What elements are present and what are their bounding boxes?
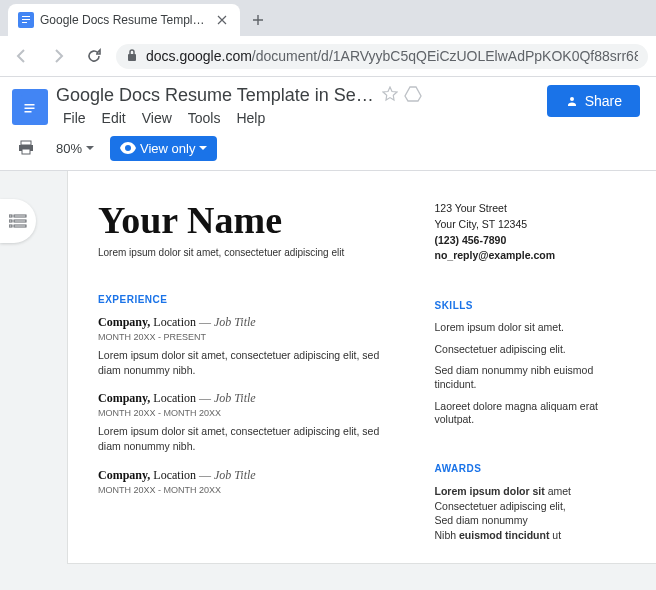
document-title[interactable]: Google Docs Resume Template in Serif... bbox=[56, 85, 376, 106]
skill-item: Consectetuer adipiscing elit. bbox=[434, 343, 626, 357]
view-mode-button[interactable]: View only bbox=[110, 136, 217, 161]
contact-city: Your City, ST 12345 bbox=[434, 217, 626, 233]
svg-rect-9 bbox=[22, 149, 30, 154]
menu-view[interactable]: View bbox=[135, 108, 179, 128]
svg-rect-14 bbox=[9, 225, 12, 227]
share-button[interactable]: Share bbox=[547, 85, 640, 117]
tabs-bar: Google Docs Resume Template i bbox=[0, 0, 656, 36]
new-tab-button[interactable] bbox=[244, 6, 272, 34]
resume-body: Your Name Lorem ipsum dolor sit amet, co… bbox=[98, 201, 626, 543]
svg-rect-4 bbox=[25, 104, 35, 106]
docs-logo[interactable] bbox=[12, 89, 48, 125]
section-experience: EXPERIENCE bbox=[98, 294, 404, 305]
contact-email: no_reply@example.com bbox=[434, 248, 626, 264]
right-column: 123 Your Street Your City, ST 12345 (123… bbox=[434, 201, 626, 543]
resume-tagline: Lorem ipsum dolor sit amet, consectetuer… bbox=[98, 247, 404, 258]
svg-rect-10 bbox=[9, 215, 12, 217]
section-skills: SKILLS bbox=[434, 300, 626, 311]
awards-text: Lorem ipsum dolor sit amet Consectetuer … bbox=[434, 484, 626, 543]
zoom-value: 80% bbox=[56, 141, 82, 156]
menu-edit[interactable]: Edit bbox=[95, 108, 133, 128]
tab-title: Google Docs Resume Template i bbox=[40, 13, 208, 27]
svg-rect-11 bbox=[14, 215, 26, 217]
toolbar: 80% View only bbox=[0, 128, 656, 171]
share-label: Share bbox=[585, 93, 622, 109]
doc-title-row: Google Docs Resume Template in Serif... bbox=[56, 85, 539, 106]
app-header: Google Docs Resume Template in Serif... … bbox=[0, 77, 656, 128]
svg-rect-2 bbox=[22, 22, 27, 23]
header-center: Google Docs Resume Template in Serif... … bbox=[56, 85, 539, 128]
svg-rect-15 bbox=[14, 225, 26, 227]
svg-rect-13 bbox=[14, 220, 26, 222]
address-bar: docs.google.com/document/d/1ARVyybC5qQEi… bbox=[0, 36, 656, 77]
document-canvas: Your Name Lorem ipsum dolor sit amet, co… bbox=[0, 171, 656, 584]
menu-file[interactable]: File bbox=[56, 108, 93, 128]
section-awards: AWARDS bbox=[434, 463, 626, 474]
docs-favicon bbox=[18, 12, 34, 28]
svg-rect-7 bbox=[21, 141, 31, 145]
move-to-drive-icon[interactable] bbox=[404, 86, 422, 105]
view-mode-label: View only bbox=[140, 141, 195, 156]
left-column: Your Name Lorem ipsum dolor sit amet, co… bbox=[98, 201, 404, 543]
skills-list: Lorem ipsum dolor sit amet. Consectetuer… bbox=[434, 321, 626, 427]
job-entry: Company, Location — Job Title MONTH 20XX… bbox=[98, 468, 404, 495]
svg-rect-0 bbox=[22, 16, 30, 17]
svg-rect-3 bbox=[128, 54, 136, 61]
menu-help[interactable]: Help bbox=[229, 108, 272, 128]
contact-block: 123 Your Street Your City, ST 12345 (123… bbox=[434, 201, 626, 264]
svg-rect-1 bbox=[22, 19, 30, 20]
svg-rect-6 bbox=[25, 111, 32, 113]
zoom-dropdown[interactable]: 80% bbox=[50, 141, 100, 156]
contact-street: 123 Your Street bbox=[434, 201, 626, 217]
star-icon[interactable] bbox=[382, 86, 398, 105]
chevron-down-icon bbox=[86, 146, 94, 151]
job-entry: Company, Location — Job Title MONTH 20XX… bbox=[98, 315, 404, 377]
outline-toggle[interactable] bbox=[0, 199, 36, 243]
print-button[interactable] bbox=[12, 134, 40, 162]
forward-button[interactable] bbox=[44, 42, 72, 70]
chevron-down-icon bbox=[199, 146, 207, 151]
lock-icon bbox=[126, 48, 138, 65]
menu-bar: File Edit View Tools Help bbox=[56, 108, 539, 128]
document-page[interactable]: Your Name Lorem ipsum dolor sit amet, co… bbox=[68, 171, 656, 563]
resume-name: Your Name bbox=[98, 201, 404, 239]
skill-item: Laoreet dolore magna aliquam erat volutp… bbox=[434, 400, 626, 427]
browser-chrome: Google Docs Resume Template i bbox=[0, 0, 656, 36]
menu-tools[interactable]: Tools bbox=[181, 108, 228, 128]
skill-item: Lorem ipsum dolor sit amet. bbox=[434, 321, 626, 335]
contact-phone: (123) 456-7890 bbox=[434, 233, 626, 249]
back-button[interactable] bbox=[8, 42, 36, 70]
url-field[interactable]: docs.google.com/document/d/1ARVyybC5qQEi… bbox=[116, 44, 648, 69]
skill-item: Sed diam nonummy nibh euismod tincidunt. bbox=[434, 364, 626, 391]
url-text: docs.google.com/document/d/1ARVyybC5qQEi… bbox=[146, 48, 638, 64]
svg-rect-12 bbox=[9, 220, 12, 222]
browser-tab[interactable]: Google Docs Resume Template i bbox=[8, 4, 240, 36]
svg-rect-5 bbox=[25, 108, 35, 110]
close-icon[interactable] bbox=[214, 12, 230, 28]
header-right: Share bbox=[547, 85, 644, 117]
reload-button[interactable] bbox=[80, 42, 108, 70]
job-entry: Company, Location — Job Title MONTH 20XX… bbox=[98, 391, 404, 453]
